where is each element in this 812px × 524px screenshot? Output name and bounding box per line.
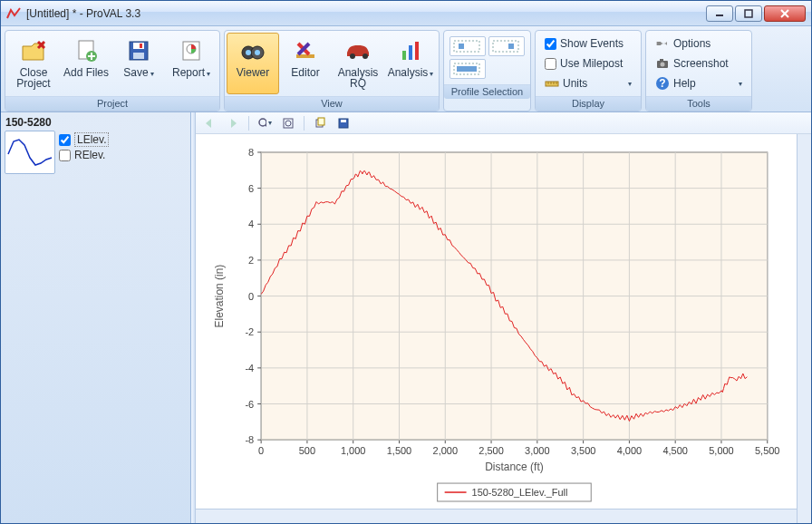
report-icon: [179, 36, 204, 65]
svg-rect-25: [402, 51, 406, 60]
svg-text:Distance (ft): Distance (ft): [485, 461, 544, 473]
use-milepost-input[interactable]: [545, 58, 556, 70]
svg-rect-26: [409, 45, 412, 60]
units-dropdown[interactable]: Units ▾: [543, 74, 633, 92]
layer-relev-checkbox[interactable]: [59, 150, 71, 161]
svg-text:5,000: 5,000: [709, 445, 733, 456]
use-milepost-checkbox[interactable]: Use Milepost: [543, 54, 633, 73]
screenshot-button[interactable]: Screenshot: [653, 54, 744, 73]
svg-line-2: [781, 10, 788, 17]
ribbon-group-project-title: Project: [5, 96, 219, 111]
svg-rect-49: [318, 118, 324, 125]
profile-selection-toggle-a[interactable]: [450, 36, 486, 56]
sidebar-file-name: 150-5280: [5, 114, 187, 131]
svg-text:-2: -2: [245, 326, 254, 337]
options-button[interactable]: Options: [653, 34, 744, 53]
sidebar: 150-5280 LElev. RElev.: [1, 112, 191, 523]
ribbon-group-tools-title: Tools: [646, 96, 751, 111]
viewer-button[interactable]: Viewer: [227, 33, 279, 94]
chevron-down-icon: ▾: [268, 119, 272, 127]
svg-point-19: [255, 50, 260, 55]
editor-button[interactable]: Editor: [279, 33, 332, 94]
maximize-button[interactable]: [735, 5, 762, 22]
svg-rect-12: [133, 53, 144, 59]
close-project-button[interactable]: Close Project: [7, 33, 60, 94]
profile-thumbnail[interactable]: [5, 131, 55, 174]
minimize-button[interactable]: [706, 5, 733, 22]
svg-text:0: 0: [258, 445, 264, 456]
nav-forward-button[interactable]: [225, 115, 241, 131]
show-events-label: Show Events: [560, 37, 632, 50]
analysis-rq-button[interactable]: Analysis RQ: [332, 33, 384, 94]
chevron-down-icon: ▾: [207, 70, 210, 78]
vertical-scrollbar[interactable]: [797, 134, 811, 523]
show-events-input[interactable]: [545, 38, 556, 50]
svg-rect-51: [341, 120, 346, 122]
svg-text:-8: -8: [245, 434, 254, 445]
report-label: Report▾: [172, 67, 210, 80]
chart-area[interactable]: 05001,0001,5002,0002,5003,0003,5004,0004…: [196, 134, 797, 509]
close-button[interactable]: [764, 5, 806, 22]
ribbon-group-profile-selection-title: Profile Selection: [444, 84, 530, 99]
save-chart-button[interactable]: [335, 115, 352, 131]
svg-rect-11: [133, 43, 144, 49]
editor-icon: [293, 36, 318, 65]
save-label: Save▾: [123, 67, 153, 80]
analysis-button[interactable]: Analysis▾: [384, 33, 437, 94]
nav-back-button[interactable]: [201, 115, 218, 131]
copy-button[interactable]: [312, 115, 328, 131]
ribbon-group-display: Show Events Use Milepost Units ▾ Display: [535, 30, 642, 112]
profile-selection-toggle-c[interactable]: [450, 59, 486, 79]
screenshot-label: Screenshot: [673, 57, 742, 70]
ruler-icon: [545, 76, 559, 91]
show-events-checkbox[interactable]: Show Events: [543, 34, 633, 53]
ribbon-group-project: Close Project Add Files Save▾ Report▾ Pr…: [5, 30, 220, 112]
save-icon: [126, 36, 151, 65]
app-icon: [6, 6, 21, 21]
svg-point-24: [362, 53, 368, 59]
chart-toolbar: ▾: [196, 112, 811, 134]
folder-close-icon: [20, 36, 47, 65]
main-panel: ▾ 05001,0001,5002,0002,5003,0003,5004,00…: [196, 112, 811, 523]
ribbon-group-tools: Options Screenshot ? Help ▾ Tools: [645, 30, 752, 112]
titlebar: [Untitled] * - ProVAL 3.3: [1, 1, 811, 26]
add-files-button[interactable]: Add Files: [60, 33, 112, 94]
help-dropdown[interactable]: ? Help ▾: [653, 74, 744, 92]
ribbon: Close Project Add Files Save▾ Report▾ Pr…: [1, 26, 811, 112]
ribbon-group-view-title: View: [225, 96, 439, 111]
svg-line-3: [781, 10, 788, 17]
ribbon-group-profile-selection: Profile Selection: [443, 30, 531, 112]
layer-lelev-checkbox[interactable]: [59, 134, 71, 146]
layer-relev[interactable]: RElev.: [59, 149, 109, 161]
binoculars-icon: [239, 36, 266, 65]
save-button[interactable]: Save▾: [112, 33, 165, 94]
svg-rect-30: [493, 41, 518, 52]
zoom-dropdown[interactable]: ▾: [256, 115, 273, 131]
report-button[interactable]: Report▾: [165, 33, 218, 94]
svg-text:4,000: 4,000: [617, 445, 642, 456]
svg-rect-31: [508, 44, 514, 49]
svg-text:8: 8: [248, 147, 254, 158]
svg-rect-41: [660, 59, 663, 62]
svg-rect-27: [415, 42, 419, 60]
profile-selection-toggle-b[interactable]: [488, 36, 525, 56]
svg-text:2: 2: [248, 255, 254, 266]
svg-text:5,500: 5,500: [755, 445, 779, 456]
svg-point-18: [246, 50, 251, 55]
chart: 05001,0001,5002,0002,5003,0003,5004,0004…: [201, 141, 791, 503]
layer-relev-label: RElev.: [74, 149, 105, 161]
analysis-rq-label: Analysis RQ: [334, 67, 382, 89]
horizontal-scrollbar[interactable]: [196, 509, 797, 523]
svg-text:3,500: 3,500: [571, 445, 595, 456]
svg-point-40: [661, 63, 665, 67]
svg-text:150-5280_LElev._Full: 150-5280_LElev._Full: [472, 487, 568, 498]
svg-text:0: 0: [248, 291, 254, 302]
chevron-down-icon: ▾: [628, 80, 632, 88]
layer-lelev[interactable]: LElev.: [59, 132, 109, 147]
svg-text:-6: -6: [245, 399, 254, 410]
viewer-label: Viewer: [237, 67, 269, 78]
svg-point-44: [259, 119, 266, 126]
svg-text:4: 4: [248, 218, 254, 229]
zoom-extents-button[interactable]: [280, 115, 296, 131]
chevron-down-icon: ▾: [430, 70, 433, 78]
